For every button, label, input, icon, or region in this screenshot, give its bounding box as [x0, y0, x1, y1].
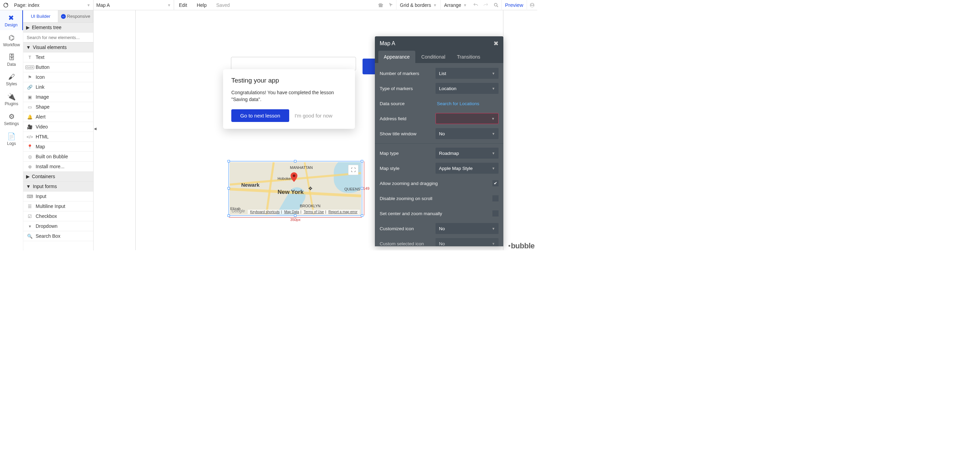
- canvas-input-element[interactable]: [231, 57, 356, 71]
- el-search-box[interactable]: 🔍Search Box: [23, 231, 93, 241]
- search-elements-input[interactable]: [27, 35, 90, 40]
- styles-icon: 🖌: [0, 73, 23, 81]
- el-map[interactable]: 📍Map: [23, 142, 93, 152]
- image-icon: ▣: [27, 94, 33, 100]
- sidebar-item-settings[interactable]: ⚙Settings: [0, 109, 23, 129]
- map-type-select[interactable]: Roadmap▼: [436, 148, 499, 159]
- el-built-on-bubble[interactable]: ◎Built on Bubble: [23, 152, 93, 162]
- chevron-down-icon: ▼: [492, 87, 495, 90]
- custom-icon-select[interactable]: No▼: [436, 223, 499, 234]
- el-image[interactable]: ▣Image: [23, 92, 93, 102]
- resize-handle[interactable]: [294, 160, 296, 162]
- el-label: Shape: [36, 104, 49, 109]
- el-label: Install more...: [36, 164, 64, 169]
- search-icon: 🔍: [27, 233, 33, 239]
- prop-label: Show title window: [380, 131, 436, 136]
- map-link[interactable]: Report a map error: [329, 210, 357, 214]
- collapse-panel-handle[interactable]: ◀: [94, 123, 97, 133]
- pointer-icon[interactable]: [386, 0, 396, 10]
- page-dropdown[interactable]: Page: index ▼: [11, 0, 94, 10]
- sidebar-item-data[interactable]: 🗄Data: [0, 50, 23, 70]
- preview-button[interactable]: Preview: [501, 0, 527, 10]
- resize-handle[interactable]: [361, 214, 363, 217]
- resize-handle[interactable]: [228, 214, 230, 217]
- el-install-more[interactable]: ⊕Install more...: [23, 162, 93, 171]
- dropdown-icon: ▾: [27, 223, 33, 229]
- sidebar-item-plugins[interactable]: 🔌Plugins: [0, 89, 23, 109]
- section-containers[interactable]: ▶Containers: [23, 171, 93, 182]
- el-alert[interactable]: 🔔Alert: [23, 112, 93, 122]
- el-shape[interactable]: ▭Shape: [23, 102, 93, 112]
- bubble-logo[interactable]: [0, 0, 11, 10]
- redo-button[interactable]: [481, 0, 491, 10]
- el-multiline-input[interactable]: ☰Multiline Input: [23, 202, 93, 211]
- resize-handle[interactable]: [228, 160, 230, 162]
- el-button[interactable]: CLICKButton: [23, 62, 93, 72]
- map-link[interactable]: Keyboard shortcuts: [250, 210, 280, 214]
- el-video[interactable]: 🎥Video: [23, 122, 93, 132]
- property-panel[interactable]: Map A ✖ Appearance Conditional Transitio…: [375, 36, 503, 246]
- el-html[interactable]: </>HTML: [23, 132, 93, 142]
- map-label-queens: QUEENS: [344, 187, 360, 191]
- sidebar-item-design[interactable]: ✖Design: [0, 10, 23, 30]
- map-link[interactable]: Map Data: [284, 210, 299, 214]
- allow-zoom-checkbox[interactable]: ✔: [492, 180, 499, 186]
- sidebar-item-styles[interactable]: 🖌Styles: [0, 70, 23, 89]
- map-style-select[interactable]: Apple Map Style▼: [436, 163, 499, 174]
- select-value: Roadmap: [439, 151, 459, 156]
- el-link[interactable]: 🔗Link: [23, 82, 93, 92]
- el-checkbox[interactable]: ☑Checkbox: [23, 211, 93, 221]
- section-input-forms[interactable]: ▼Input forms: [23, 182, 93, 192]
- section-elements-tree[interactable]: ▶Elements tree: [23, 22, 93, 33]
- el-icon[interactable]: ⚑Icon: [23, 72, 93, 82]
- chevron-down-icon: ▼: [492, 71, 495, 75]
- menu-help[interactable]: Help: [192, 0, 212, 10]
- resize-handle[interactable]: [294, 214, 296, 217]
- el-text[interactable]: TText: [23, 52, 93, 62]
- skip-button[interactable]: I'm good for now: [295, 113, 332, 119]
- element-dropdown[interactable]: Map A ▼: [94, 0, 174, 10]
- section-visual-elements[interactable]: ▼Visual elements: [23, 43, 93, 52]
- map-label-manhattan: MANHATTAN: [290, 165, 313, 170]
- tab-transitions[interactable]: Transitions: [452, 51, 486, 63]
- resize-handle[interactable]: [228, 187, 230, 189]
- page-dropdown-label: Page: index: [14, 2, 84, 8]
- gift-icon[interactable]: [375, 0, 386, 10]
- user-avatar[interactable]: [527, 0, 537, 10]
- tab-ui-builder[interactable]: UI Builder: [23, 10, 58, 22]
- sidebar-item-workflow[interactable]: ⌬Workflow: [0, 30, 23, 50]
- custom-selected-icon-select[interactable]: No▼: [436, 238, 499, 246]
- resize-handle[interactable]: [361, 160, 363, 162]
- data-source-link[interactable]: Search for Locations: [436, 101, 499, 106]
- grid-borders-dropdown[interactable]: Grid & borders▼: [396, 0, 440, 10]
- map-attribution[interactable]: Keyboard shortcuts| Map Data| Terms of U…: [248, 209, 360, 214]
- number-of-markers-select[interactable]: List▼: [436, 68, 499, 79]
- address-field-select[interactable]: ▼: [436, 113, 499, 124]
- sidebar-item-logs[interactable]: 📄Logs: [0, 129, 23, 149]
- disable-scroll-checkbox[interactable]: [492, 195, 499, 202]
- tutorial-title: Testing your app: [231, 77, 347, 84]
- el-input[interactable]: ⌨Input: [23, 192, 93, 202]
- arrange-dropdown[interactable]: Arrange▼: [440, 0, 471, 10]
- select-value: No: [439, 226, 445, 231]
- canvas-map-element[interactable]: Newark Hoboken MANHATTAN BROOKLYN QUEENS…: [229, 161, 362, 216]
- show-title-select[interactable]: No▼: [436, 128, 499, 139]
- pin-icon: 📍: [27, 144, 33, 149]
- el-dropdown[interactable]: ▾Dropdown: [23, 221, 93, 231]
- set-center-checkbox[interactable]: [492, 210, 499, 216]
- canvas[interactable]: Newark Hoboken MANHATTAN BROOKLYN QUEENS…: [94, 10, 537, 251]
- undo-button[interactable]: [471, 0, 481, 10]
- sidebar-item-label: Data: [7, 62, 16, 67]
- tab-responsive[interactable]: ↔Responsive: [58, 10, 93, 22]
- chevron-down-icon: ▼: [492, 117, 495, 121]
- search-icon[interactable]: [491, 0, 501, 10]
- fullscreen-icon[interactable]: ⛶: [348, 165, 358, 175]
- next-lesson-button[interactable]: Go to next lesson: [231, 109, 289, 122]
- tab-conditional[interactable]: Conditional: [416, 51, 451, 63]
- type-of-markers-select[interactable]: Location▼: [436, 83, 499, 94]
- menu-edit[interactable]: Edit: [174, 0, 192, 10]
- text-icon: T: [27, 54, 33, 60]
- map-link[interactable]: Terms of Use: [304, 210, 324, 214]
- close-icon[interactable]: ✖: [493, 40, 499, 47]
- tab-appearance[interactable]: Appearance: [378, 51, 415, 63]
